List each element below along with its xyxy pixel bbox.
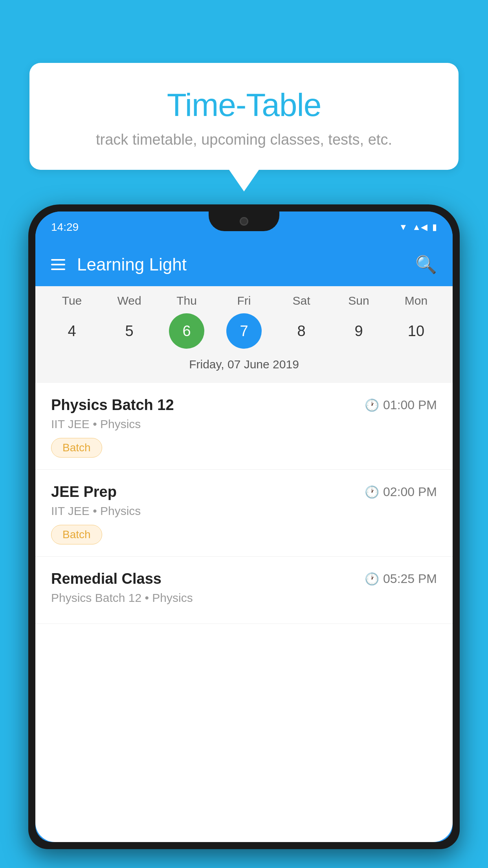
class-item-3[interactable]: Remedial Class 🕐 05:25 PM Physics Batch … [35, 557, 453, 624]
day-label-tue: Tue [46, 294, 97, 307]
class-meta-3: Physics Batch 12 • Physics [51, 591, 437, 605]
signal-icon: ▲◀ [412, 222, 427, 232]
menu-icon[interactable] [51, 259, 65, 270]
wifi-icon: ▼ [399, 222, 407, 232]
status-icons: ▼ ▲◀ ▮ [399, 222, 437, 232]
class-name-2: JEE Prep [51, 484, 117, 500]
clock-icon-1: 🕐 [365, 398, 379, 412]
header-left: Learning Light [51, 255, 187, 274]
day-10[interactable]: 10 [398, 313, 434, 349]
day-7-selected[interactable]: 7 [226, 313, 262, 349]
day-label-sun: Sun [333, 294, 384, 307]
class-item-1[interactable]: Physics Batch 12 🕐 01:00 PM IIT JEE • Ph… [35, 383, 453, 470]
clock-icon-2: 🕐 [365, 485, 379, 499]
status-time: 14:29 [51, 221, 79, 234]
day-label-mon: Mon [391, 294, 442, 307]
day-headers: Tue Wed Thu Fri Sat Sun Mon [35, 294, 453, 313]
day-numbers: 4 5 6 7 8 9 10 [35, 313, 453, 355]
class-item-3-top: Remedial Class 🕐 05:25 PM [51, 570, 437, 587]
phone-screen: Learning Light 🔍 Tue Wed Thu Fri Sat Sun… [35, 243, 453, 842]
app-title: Learning Light [77, 255, 187, 274]
class-item-2[interactable]: JEE Prep 🕐 02:00 PM IIT JEE • Physics Ba… [35, 470, 453, 557]
speech-bubble: Time-Table track timetable, upcoming cla… [29, 63, 459, 170]
speech-bubble-container: Time-Table track timetable, upcoming cla… [29, 63, 459, 170]
class-name-3: Remedial Class [51, 570, 161, 587]
battery-icon: ▮ [432, 222, 437, 232]
class-name-1: Physics Batch 12 [51, 397, 174, 414]
day-4[interactable]: 4 [54, 313, 90, 349]
class-item-2-top: JEE Prep 🕐 02:00 PM [51, 484, 437, 500]
clock-icon-3: 🕐 [365, 572, 379, 586]
class-time-2: 🕐 02:00 PM [365, 485, 437, 499]
class-item-1-top: Physics Batch 12 🕐 01:00 PM [51, 397, 437, 414]
class-time-3: 🕐 05:25 PM [365, 572, 437, 586]
phone-screen-area: 14:29 ▼ ▲◀ ▮ [35, 211, 453, 842]
camera [240, 217, 248, 226]
class-time-1: 🕐 01:00 PM [365, 398, 437, 412]
bubble-title: Time-Table [49, 86, 439, 123]
class-list: Physics Batch 12 🕐 01:00 PM IIT JEE • Ph… [35, 383, 453, 624]
day-label-thu: Thu [161, 294, 212, 307]
day-8[interactable]: 8 [284, 313, 319, 349]
phone-frame: 14:29 ▼ ▲◀ ▮ [28, 204, 460, 849]
app-header: Learning Light 🔍 [35, 243, 453, 286]
phone-wrapper: 14:29 ▼ ▲◀ ▮ [28, 204, 460, 868]
batch-tag-1: Batch [51, 438, 102, 458]
day-label-wed: Wed [104, 294, 155, 307]
day-label-sat: Sat [276, 294, 327, 307]
class-time-text-2: 02:00 PM [383, 485, 437, 499]
day-5[interactable]: 5 [112, 313, 147, 349]
class-meta-1: IIT JEE • Physics [51, 417, 437, 431]
day-label-fri: Fri [218, 294, 270, 307]
batch-tag-2: Batch [51, 525, 102, 544]
selected-date-label: Friday, 07 June 2019 [35, 355, 453, 379]
calendar-strip: Tue Wed Thu Fri Sat Sun Mon 4 5 6 7 8 [35, 286, 453, 383]
class-meta-2: IIT JEE • Physics [51, 504, 437, 518]
status-bar: 14:29 ▼ ▲◀ ▮ [35, 211, 453, 243]
notch [209, 211, 279, 231]
bubble-subtitle: track timetable, upcoming classes, tests… [49, 131, 439, 148]
class-time-text-3: 05:25 PM [383, 572, 437, 586]
day-9[interactable]: 9 [341, 313, 376, 349]
class-time-text-1: 01:00 PM [383, 398, 437, 412]
search-icon[interactable]: 🔍 [415, 254, 437, 275]
day-6-today[interactable]: 6 [169, 313, 204, 349]
